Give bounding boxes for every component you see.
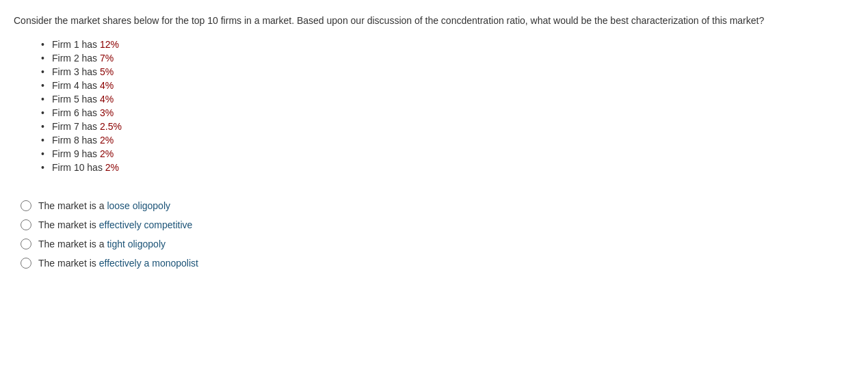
firm-list-item: Firm 8 has 2% [41,135,854,146]
radio-label[interactable]: The market is effectively competitive [38,219,192,230]
firm-list-item: Firm 4 has 4% [41,80,854,91]
radio-label[interactable]: The market is effectively a monopolist [38,258,198,269]
radio-label[interactable]: The market is a loose oligopoly [38,200,170,211]
firm-list: Firm 1 has 12%Firm 2 has 7%Firm 3 has 5%… [41,39,854,173]
firm-value: 2% [100,148,114,159]
radio-input[interactable] [21,219,31,230]
radio-input[interactable] [21,258,31,269]
firm-value: 4% [100,80,114,91]
firm-value: 2.5% [100,121,122,132]
firm-list-item: Firm 2 has 7% [41,53,854,64]
radio-input[interactable] [21,200,31,211]
option-highlight: tight oligopoly [107,239,166,249]
radio-label[interactable]: The market is a tight oligopoly [38,239,166,249]
firm-list-item: Firm 7 has 2.5% [41,121,854,132]
firm-list-item: Firm 3 has 5% [41,66,854,77]
option-highlight: effectively a monopolist [99,258,198,269]
firm-list-item: Firm 9 has 2% [41,148,854,159]
radio-option[interactable]: The market is effectively competitive [21,219,854,230]
firm-value: 4% [100,94,114,105]
firm-list-item: Firm 1 has 12% [41,39,854,50]
firm-list-item: Firm 6 has 3% [41,107,854,118]
question-text: Consider the market shares below for the… [14,14,854,28]
firm-value: 5% [100,66,114,77]
radio-option[interactable]: The market is effectively a monopolist [21,258,854,269]
firm-value: 12% [100,39,119,50]
radio-input[interactable] [21,239,31,249]
radio-option[interactable]: The market is a tight oligopoly [21,239,854,249]
option-highlight: effectively competitive [99,219,193,230]
option-highlight: loose oligopoly [107,200,170,211]
firm-value: 2% [100,135,114,146]
answer-options: The market is a loose oligopolyThe marke… [21,200,854,269]
firm-list-item: Firm 5 has 4% [41,94,854,105]
firm-value: 2% [105,162,119,173]
firm-value: 7% [100,53,114,64]
firm-value: 3% [100,107,114,118]
radio-option[interactable]: The market is a loose oligopoly [21,200,854,211]
firm-list-item: Firm 10 has 2% [41,162,854,173]
